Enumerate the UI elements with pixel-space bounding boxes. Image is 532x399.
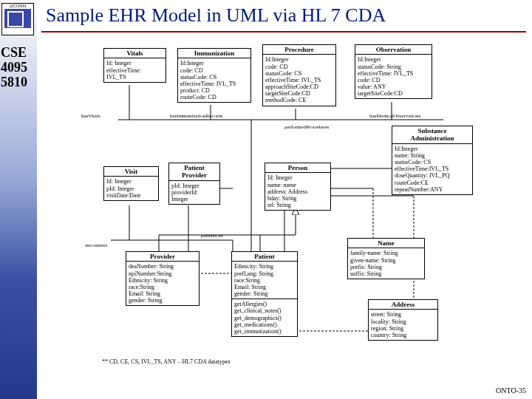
page-title: Sample EHR Model in UML via HL 7 CDA xyxy=(46,4,386,27)
class-patient-provider-attrs: pId: Integer providerId: Integer xyxy=(169,181,219,205)
class-patient-attrs: Ethnicity: String prefLang: String race:… xyxy=(232,262,297,299)
class-visit-attrs: Id: Integer pId: Integer visitDate:Date xyxy=(104,177,158,200)
class-substance-admin: Substance Administration Id:Integer name… xyxy=(392,126,473,195)
class-person-attrs: Id: Integer name: name address: Address … xyxy=(265,173,330,210)
course-code: CSE 4095 5810 xyxy=(1,46,27,89)
logo-mark-icon xyxy=(4,9,31,28)
class-visit: Visit Id: Integer pId: Integer visitDate… xyxy=(103,166,159,201)
class-visit-name: Visit xyxy=(104,167,158,177)
class-immunization: Immunization Id:Integer code: CD statusC… xyxy=(177,48,251,103)
class-name: Name family-name: String given-name: Str… xyxy=(347,238,425,279)
slide-number: ONTO-35 xyxy=(496,386,526,395)
logo-text: UCONN xyxy=(2,4,33,8)
assoc-has-immunization: hasImmunizationRecords xyxy=(170,113,223,119)
class-vitals-attrs: Id: Integer effectiveTime: IVL_TS xyxy=(104,58,166,82)
class-procedure-name: Procedure xyxy=(263,45,335,55)
datatype-footnote: ** CD, CE, CS, IVL_TS, ANY – HL7 CDA dat… xyxy=(102,358,231,365)
class-observation: Observation Id:Integer statusCode: Strin… xyxy=(355,44,432,99)
class-observation-attrs: Id:Integer statusCode: String effectiveT… xyxy=(355,55,432,98)
class-vitals: Vitals Id: Integer effectiveTime: IVL_TS xyxy=(103,48,166,83)
class-name-attrs: family-name: String given-name: String p… xyxy=(348,248,424,279)
class-patient-ops: getAllergies() get_clinical_notes() get_… xyxy=(232,299,297,336)
class-vitals-name: Vitals xyxy=(104,49,166,58)
class-substance-admin-attrs: Id:Integer name: String statusCode: CS e… xyxy=(392,144,472,194)
class-procedure-attrs: Id:Integer code: CD statusCode: CS effec… xyxy=(263,55,335,105)
class-name-name: Name xyxy=(348,239,424,248)
title-underline xyxy=(41,31,526,33)
class-person-name: Person xyxy=(265,163,330,173)
class-substance-admin-name: Substance Administration xyxy=(392,126,472,144)
class-address: Address street: String locality: String … xyxy=(368,299,438,341)
class-immunization-name: Immunization xyxy=(178,49,250,58)
uml-diagram: Vitals Id: Integer effectiveTime: IVL_TS… xyxy=(74,44,510,384)
class-procedure: Procedure Id:Integer code: CD statusCode… xyxy=(262,44,336,106)
class-patient-provider: Patient Provider pId: Integer providerId… xyxy=(168,163,220,205)
class-observation-name: Observation xyxy=(355,45,432,55)
class-patient-provider-name: Patient Provider xyxy=(169,163,219,181)
assoc-has-observations: hasMedicalObservations xyxy=(369,113,420,119)
class-patient: Patient Ethnicity: String prefLang: Stri… xyxy=(231,251,298,337)
class-provider: Provider deaNumber: String npiNumber:Str… xyxy=(126,251,200,306)
class-provider-name: Provider xyxy=(126,252,199,262)
class-person: Person Id: Integer name: name address: A… xyxy=(265,163,331,211)
class-address-name: Address xyxy=(369,300,437,310)
assoc-performed-procedures: performedProcedures xyxy=(284,124,329,130)
assoc-encounters: encounters xyxy=(85,242,107,248)
assoc-patient-list: patientList xyxy=(201,233,223,239)
class-patient-name: Patient xyxy=(232,252,297,262)
assoc-has-vitals: hasVitals xyxy=(81,113,100,119)
class-immunization-attrs: Id:Integer code: CD statusCode: CS effec… xyxy=(178,58,250,102)
uconn-logo: UCONN xyxy=(1,3,34,35)
slide-root: UCONN Sample EHR Model in UML via HL 7 C… xyxy=(0,0,532,399)
class-provider-attrs: deaNumber: String npiNumber:String Ethni… xyxy=(126,262,199,305)
class-address-attrs: street: String locality: String region: … xyxy=(369,310,437,340)
